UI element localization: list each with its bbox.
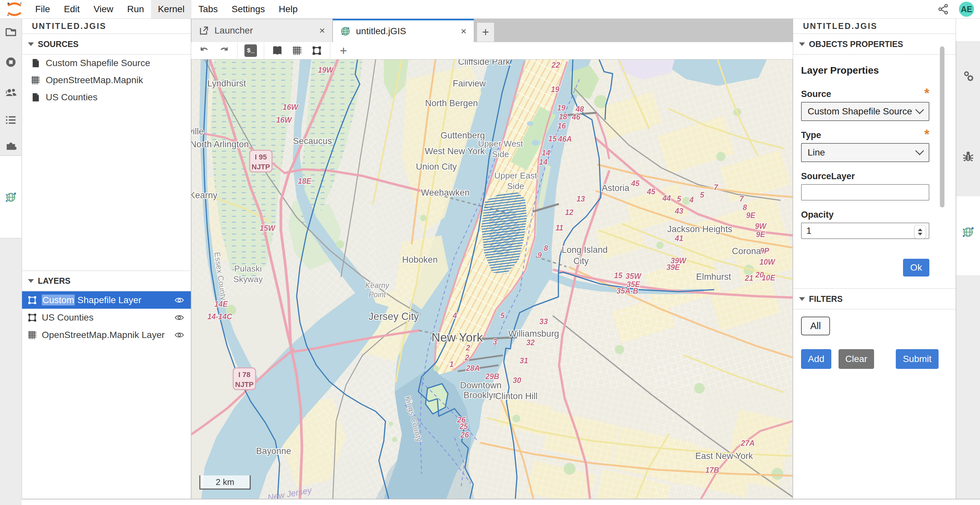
undo-button[interactable]: [196, 43, 213, 58]
grid-icon: [27, 330, 37, 340]
layer-label-rest: OpenStreetMap.Mapnik Layer: [42, 330, 165, 340]
new-raster-layer-button[interactable]: [288, 43, 305, 58]
menu-run[interactable]: Run: [120, 0, 151, 18]
launcher-icon: [199, 25, 209, 36]
table-of-contents-icon[interactable]: [0, 114, 22, 126]
layer-label-highlight: Custom: [42, 295, 75, 305]
new-vector-layer-button[interactable]: [308, 43, 325, 58]
map-exit-label: 18: [559, 113, 568, 121]
map-place-label: Brooklyn: [463, 390, 498, 400]
filter-all-button[interactable]: All: [801, 317, 830, 335]
console-button[interactable]: $_: [242, 43, 259, 58]
property-inspector-icon[interactable]: [956, 69, 980, 83]
sources-section-header[interactable]: SOURCES: [22, 34, 191, 55]
add-button[interactable]: +: [335, 43, 352, 58]
jupyterlab-window: File Edit View Run Kernel Tabs Settings …: [0, 0, 980, 505]
layer-row-us-counties[interactable]: US Counties: [22, 309, 191, 326]
ok-button[interactable]: Ok: [903, 259, 929, 276]
basemap-button[interactable]: [269, 43, 286, 58]
close-icon[interactable]: ×: [461, 25, 466, 37]
map-exit-label: 9W: [755, 222, 767, 230]
running-kernels-icon[interactable]: [0, 56, 22, 68]
map-exit-label: 8: [743, 203, 747, 212]
map-exit-label: 7: [714, 183, 719, 192]
debugger-bug-icon[interactable]: [956, 150, 980, 163]
layer-row-openstreetmap[interactable]: OpenStreetMap.Mapnik Layer: [22, 326, 191, 343]
menu-view[interactable]: View: [86, 0, 120, 18]
opacity-field-label: Opacity: [801, 210, 929, 220]
type-select[interactable]: Line: [801, 143, 929, 162]
right-activity-bar: [956, 18, 980, 505]
map-exit-label: 7: [740, 195, 744, 203]
map-exit-label: 14-14C: [207, 312, 232, 321]
sourcelayer-input[interactable]: [801, 184, 929, 200]
jupytergis-panel-icon[interactable]: [0, 191, 22, 203]
map-canvas[interactable]: I 95NJTPI 78NJTP 19W16W16W18E15W14E14-14…: [191, 59, 792, 499]
map-exit-label: 19W: [318, 66, 334, 74]
map-exit-label: 28A: [466, 364, 480, 373]
menu-edit[interactable]: Edit: [57, 0, 86, 18]
menu-settings[interactable]: Settings: [225, 0, 272, 18]
menu-kernel[interactable]: Kernel: [151, 0, 191, 18]
map-exit-label: 5: [677, 195, 682, 203]
left-panel-title: UNTITLED.JGIS: [22, 18, 191, 34]
map-exit-label: 10W: [759, 258, 776, 266]
collaboration-icon[interactable]: [0, 86, 22, 98]
caret-down-icon: [799, 43, 805, 46]
scrollbar-thumb[interactable]: [940, 46, 945, 208]
map-exit-label: 48: [575, 105, 584, 113]
map-place-label: Cliffside Park: [458, 59, 510, 67]
map-toolbar: $_ +: [191, 42, 793, 59]
visibility-eye-icon[interactable]: [174, 330, 184, 340]
source-item-openstreetmap[interactable]: OpenStreetMap.Mapnik: [22, 71, 191, 89]
map-place-label: Williamsburg: [508, 329, 559, 339]
map-exit-label: 15: [548, 135, 557, 143]
map-exit-label: 1: [449, 360, 453, 368]
user-avatar[interactable]: AE: [959, 2, 974, 17]
layer-row-custom-shapefile[interactable]: Custom Shapefile Layer: [22, 291, 191, 309]
filters-header-label: FILTERS: [809, 294, 843, 304]
chevron-down-icon: [915, 105, 924, 114]
menu-help[interactable]: Help: [272, 0, 305, 18]
layers-section-header[interactable]: LAYERS: [22, 271, 191, 291]
visibility-eye-icon[interactable]: [174, 295, 184, 305]
visibility-eye-icon[interactable]: [174, 313, 184, 322]
menu-file[interactable]: File: [28, 0, 57, 18]
jupytergis-panel-icon[interactable]: [956, 226, 980, 239]
menu-bar: File Edit View Run Kernel Tabs Settings …: [0, 0, 980, 19]
source-item-custom-shapefile[interactable]: Custom Shapefile Source: [22, 55, 191, 71]
tab-untitled-jgis[interactable]: untitled.jGIS ×: [332, 19, 474, 42]
file-browser-icon[interactable]: [0, 25, 22, 38]
redo-button[interactable]: [215, 43, 232, 58]
extension-manager-icon[interactable]: [0, 140, 22, 152]
opacity-input[interactable]: [801, 222, 929, 239]
globe-icon: [340, 26, 351, 37]
menu-tabs[interactable]: Tabs: [191, 0, 225, 18]
map-exit-label: 31: [520, 356, 528, 365]
map-exit-label: 4: [452, 311, 457, 320]
map-place-label: Downtown: [460, 380, 502, 390]
clear-filter-button[interactable]: Clear: [838, 349, 874, 369]
map-exit-label: 29B: [485, 372, 499, 381]
stepper-up-icon[interactable]: [918, 229, 923, 231]
add-filter-button[interactable]: Add: [801, 349, 831, 369]
filters-header[interactable]: FILTERS: [793, 288, 956, 310]
share-icon[interactable]: [937, 3, 949, 15]
source-item-us-counties[interactable]: US Counties: [22, 89, 191, 106]
submit-filter-button[interactable]: Submit: [896, 349, 939, 369]
new-tab-button[interactable]: +: [477, 22, 495, 42]
tab-launcher[interactable]: Launcher ×: [191, 19, 332, 42]
road-shield-label: I 78: [239, 370, 251, 379]
map-exit-label: 20: [755, 271, 764, 279]
close-icon[interactable]: ×: [319, 25, 325, 36]
stepper-down-icon[interactable]: [918, 233, 923, 235]
map-exit-label: 27A: [740, 439, 755, 448]
opacity-stepper[interactable]: [914, 225, 926, 239]
map-exit-label: 9: [538, 251, 542, 259]
map-place-label: Skyway: [233, 274, 263, 284]
objects-properties-header[interactable]: OBJECTS PROPERTIES: [793, 34, 956, 55]
scale-bar-label: 2 km: [216, 477, 234, 487]
source-select[interactable]: Custom Shapefile Source: [801, 102, 929, 121]
map-view[interactable]: I 95NJTPI 78NJTP 19W16W16W18E15W14E14-14…: [191, 59, 792, 499]
map-exit-label: 5: [700, 191, 705, 199]
